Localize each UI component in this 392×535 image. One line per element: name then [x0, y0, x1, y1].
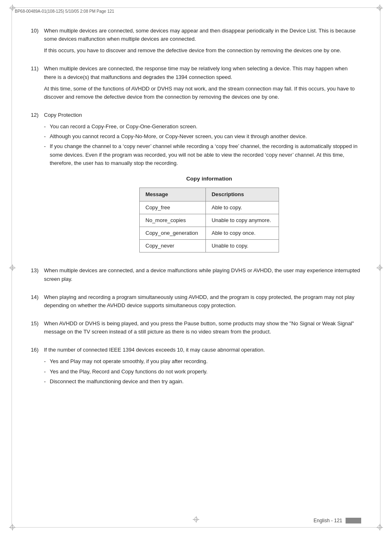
bullet-item: You can record a Copy-Free, or Copy-One-…	[44, 123, 361, 131]
paragraph: When playing and recording a program sim…	[44, 293, 361, 310]
item-body: When AVHDD or DVHS is being played, and …	[44, 320, 361, 339]
table-cell-description: Unable to copy.	[205, 240, 279, 252]
footer-bar	[346, 518, 361, 523]
list-item: 15) When AVHDD or DVHS is being played, …	[31, 320, 361, 339]
bullet-item: If you change the channel to a ‘copy nev…	[44, 142, 361, 167]
table-cell-description: Able to copy once.	[205, 227, 279, 240]
main-content: 10) When multiple devices are connected,…	[31, 27, 361, 394]
table-cell-message: Copy_one_generation	[140, 227, 206, 240]
copy-info-section: Copy information Message Descriptions Co…	[57, 175, 361, 253]
item-body: When multiple devices are connected, the…	[44, 65, 361, 104]
crosshair-mid-left	[9, 264, 16, 271]
crosshair-mid-bottom	[193, 516, 199, 523]
item-number: 12)	[31, 111, 44, 260]
bullet-list: You can record a Copy-Free, or Copy-One-…	[44, 123, 361, 167]
item-body: When multiple devices are connected, som…	[44, 27, 361, 58]
table-cell-message: Copy_free	[140, 201, 206, 214]
header-bar: BP68-00489A-01(108-125) 5/10/05 2:08 PM …	[12, 7, 380, 15]
border-bottom	[12, 527, 380, 528]
bullet-list: Yes and Play may not operate smoothly, i…	[44, 357, 361, 385]
page: BP68-00489A-01(108-125) 5/10/05 2:08 PM …	[0, 0, 392, 535]
item-number: 13)	[31, 266, 44, 286]
list-item: 13) When multiple devices are connected,…	[31, 266, 361, 286]
header-text: BP68-00489A-01(108-125) 5/10/05 2:08 PM …	[15, 9, 114, 14]
table-row: Copy_free Able to copy.	[140, 201, 279, 214]
paragraph: When multiple devices are connected, and…	[44, 266, 361, 283]
item-body: When multiple devices are connected, and…	[44, 266, 361, 286]
paragraph: Copy Protection	[44, 111, 361, 119]
paragraph: When AVHDD or DVHS is being played, and …	[44, 320, 361, 336]
bullet-item: Disconnect the malfunctioning device and…	[44, 378, 361, 386]
table-cell-description: Able to copy.	[205, 201, 279, 214]
list-item: 11) When multiple devices are connected,…	[31, 65, 361, 104]
item-body: When playing and recording a program sim…	[44, 293, 361, 313]
paragraph: At this time, some of the functions of A…	[44, 85, 361, 101]
table-cell-description: Unable to copy anymore.	[205, 214, 279, 227]
table-row: Copy_one_generation Able to copy once.	[140, 227, 279, 240]
bullet-item: Although you cannot record a Copy-No-Mor…	[44, 132, 361, 141]
crosshair-mid-right	[376, 264, 383, 271]
footer-text: English - 121	[314, 518, 342, 523]
table-header-descriptions: Descriptions	[205, 188, 279, 201]
paragraph: If this occurs, you have to discover and…	[44, 46, 361, 55]
crosshair-bottom-right	[376, 524, 383, 530]
item-number: 16)	[31, 346, 44, 387]
copy-info-title: Copy information	[57, 175, 361, 183]
list-item: 10) When multiple devices are connected,…	[31, 27, 361, 58]
footer: English - 121	[314, 518, 361, 523]
table-header-message: Message	[140, 188, 206, 201]
bullet-item: Yes and Play may not operate smoothly, i…	[44, 357, 361, 366]
table-cell-message: Copy_never	[140, 240, 206, 252]
list-item: 14) When playing and recording a program…	[31, 293, 361, 313]
table-cell-message: No_more_copies	[140, 214, 206, 227]
copy-table: Message Descriptions Copy_free Able to c…	[139, 188, 279, 253]
table-row: Copy_never Unable to copy.	[140, 240, 279, 252]
item-number: 11)	[31, 65, 44, 104]
paragraph: If the number of connected IEEE 1394 dev…	[44, 346, 361, 354]
paragraph: When multiple devices are connected, som…	[44, 27, 361, 43]
bullet-item: Yes and the Play, Record and Copy functi…	[44, 368, 361, 376]
list-item: 16) If the number of connected IEEE 1394…	[31, 346, 361, 387]
item-number: 15)	[31, 320, 44, 339]
item-number: 10)	[31, 27, 44, 58]
item-body: If the number of connected IEEE 1394 dev…	[44, 346, 361, 387]
item-number: 14)	[31, 293, 44, 313]
crosshair-bottom-left	[9, 524, 16, 530]
item-body: Copy Protection You can record a Copy-Fr…	[44, 111, 361, 260]
paragraph: When multiple devices are connected, the…	[44, 65, 361, 81]
table-row: No_more_copies Unable to copy anymore.	[140, 214, 279, 227]
list-item: 12) Copy Protection You can record a Cop…	[31, 111, 361, 260]
